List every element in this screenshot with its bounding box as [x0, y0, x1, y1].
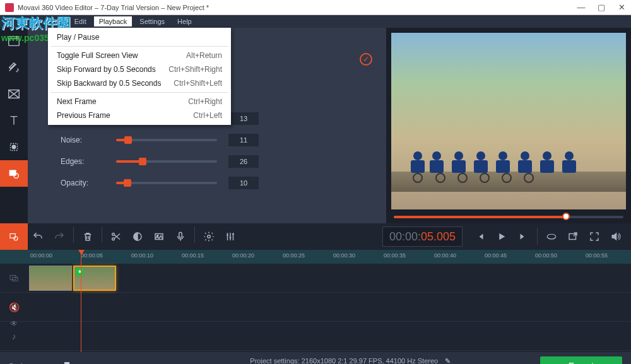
zoom-in-icon[interactable]: ⊞: [133, 362, 138, 365]
titles-tool[interactable]: [0, 107, 28, 134]
timecode-gray: 00:00:: [389, 230, 421, 243]
property-row: Opacity:10: [61, 177, 371, 189]
playback-menu-dropdown: Play / PauseToggle Full Screen ViewAlt+R…: [48, 28, 231, 125]
close-button[interactable]: ✕: [617, 3, 626, 12]
action-toolbar: 00:00:05.005: [0, 223, 631, 250]
chroma-key-accent[interactable]: [0, 223, 28, 250]
ruler-tick: 00:00:30: [333, 252, 355, 259]
audio-track[interactable]: ♪: [0, 322, 631, 351]
svg-point-7: [14, 237, 18, 240]
filters-tool[interactable]: [0, 54, 28, 81]
clip-effect-badge: ★: [76, 268, 83, 276]
timeline-ruler[interactable]: 00:00:0000:00:0500:00:1000:00:1500:00:20…: [0, 250, 631, 264]
property-slider[interactable]: [116, 182, 217, 184]
apply-check-icon[interactable]: ✓: [360, 53, 372, 66]
export-button[interactable]: Export: [540, 356, 622, 364]
menu-item[interactable]: Skip Forward by 0.5 SecondsCtrl+Shift+Ri…: [48, 62, 231, 76]
property-row: Noise:11: [61, 134, 371, 146]
svg-rect-13: [179, 232, 182, 237]
timeline-clip-selected[interactable]: ★: [73, 266, 116, 291]
ruler-tick: 00:00:25: [283, 252, 305, 259]
menu-settings[interactable]: Settings: [134, 16, 170, 26]
svg-rect-18: [13, 277, 18, 281]
next-frame-button[interactable]: [513, 226, 533, 247]
property-slider[interactable]: [116, 139, 217, 141]
record-audio-button[interactable]: [170, 226, 191, 247]
svg-point-14: [208, 235, 211, 238]
property-label: Noise:: [61, 136, 105, 144]
menu-help[interactable]: Help: [172, 16, 197, 26]
ruler-tick: 00:00:40: [434, 252, 456, 259]
property-value[interactable]: 10: [228, 177, 259, 189]
preview-scrubber[interactable]: [394, 216, 623, 218]
window-titlebar: Movavi 360 Video Editor – 7-Day Trial Ve…: [0, 0, 631, 15]
footer-bar: Scale: ⊟ ⊞ ⇤⇥ Project settings: 2160x108…: [0, 352, 631, 364]
menu-playback[interactable]: Playback: [94, 16, 133, 26]
timeline: 00:00:0000:00:0500:00:1000:00:1500:00:20…: [0, 250, 631, 352]
prev-frame-button[interactable]: [470, 226, 490, 247]
left-toolbar: [0, 28, 28, 223]
property-value[interactable]: 11: [228, 134, 259, 146]
equalizer-button[interactable]: [220, 226, 240, 247]
highlight-tool[interactable]: [0, 134, 28, 160]
ruler-tick: 00:00:00: [30, 252, 52, 259]
menu-file[interactable]: File: [45, 16, 67, 26]
ruler-tick: 00:00:20: [232, 252, 254, 259]
menu-edit[interactable]: Edit: [69, 16, 91, 26]
menu-item[interactable]: Play / Pause: [48, 30, 231, 44]
project-info: Project settings: 2160x1080 2:1 29.97 FP…: [250, 356, 451, 365]
overlay-track[interactable]: ★: [0, 264, 631, 293]
transitions-tool[interactable]: [0, 81, 28, 107]
menubar: FileEditPlaybackSettingsHelp: [0, 15, 631, 28]
audio-link-icon[interactable]: 🔇: [0, 302, 28, 312]
edit-settings-icon[interactable]: ✎: [445, 357, 451, 365]
fullscreen-button[interactable]: [584, 226, 604, 247]
property-label: Opacity:: [61, 179, 105, 187]
delete-button[interactable]: [78, 226, 98, 247]
popout-button[interactable]: [563, 226, 583, 247]
maximize-button[interactable]: ▢: [597, 3, 606, 12]
menu-separator: [50, 92, 228, 93]
redo-button[interactable]: [49, 226, 69, 247]
color-adjust-button[interactable]: [127, 226, 148, 247]
menu-item[interactable]: Skip Backward by 0.5 SecondsCtrl+Shift+L…: [48, 76, 231, 90]
menu-item[interactable]: Next FrameCtrl+Right: [48, 95, 231, 109]
split-button[interactable]: [106, 226, 126, 247]
playhead[interactable]: [81, 250, 81, 352]
play-button[interactable]: [492, 226, 512, 247]
property-row: Edges:26: [61, 155, 371, 168]
minimize-button[interactable]: —: [577, 3, 586, 12]
app-icon: [5, 3, 14, 12]
undo-button[interactable]: [28, 226, 48, 247]
media-tool[interactable]: [0, 28, 28, 54]
property-label: Edges:: [61, 157, 105, 166]
360-view-button[interactable]: [541, 226, 562, 247]
volume-button[interactable]: [606, 226, 626, 247]
preview-screen[interactable]: [391, 33, 626, 209]
svg-rect-4: [9, 170, 16, 176]
timeline-clip[interactable]: [29, 266, 72, 291]
chroma-key-tool[interactable]: [0, 160, 28, 187]
ruler-tick: 00:00:15: [182, 252, 204, 259]
video-track[interactable]: 🔇: [0, 293, 631, 322]
property-value[interactable]: 26: [228, 155, 259, 168]
overlay-track-icon[interactable]: [0, 273, 28, 284]
timecode-display[interactable]: 00:00:05.005: [382, 226, 463, 247]
music-track-icon[interactable]: ♪: [0, 331, 28, 341]
timecode-orange: 05.005: [421, 230, 456, 243]
property-value[interactable]: 13: [228, 112, 259, 125]
crop-button[interactable]: [149, 226, 169, 247]
property-slider[interactable]: [116, 160, 217, 163]
window-title: Movavi 360 Video Editor – 7-Day Trial Ve…: [18, 4, 577, 11]
menu-item[interactable]: Previous FrameCtrl+Left: [48, 109, 231, 122]
fit-timeline-icon[interactable]: ⇤⇥: [150, 362, 161, 365]
zoom-out-icon[interactable]: ⊟: [36, 362, 42, 365]
clip-properties-button[interactable]: [199, 226, 219, 247]
scrubber-thumb[interactable]: [562, 213, 570, 220]
svg-point-3: [12, 145, 16, 149]
ruler-tick: 00:00:55: [586, 252, 608, 259]
svg-rect-0: [9, 37, 20, 46]
ruler-tick: 00:00:50: [535, 252, 557, 259]
visibility-toggle-icon[interactable]: 👁: [10, 319, 18, 328]
menu-item[interactable]: Toggle Full Screen ViewAlt+Return: [48, 49, 231, 62]
